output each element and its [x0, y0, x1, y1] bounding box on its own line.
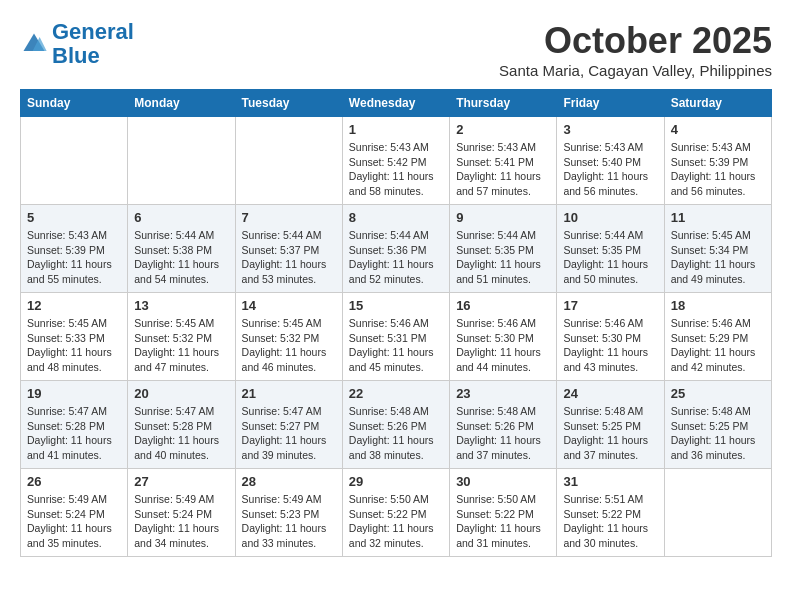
day-info: Sunrise: 5:50 AM Sunset: 5:22 PM Dayligh…: [349, 492, 443, 551]
day-info: Sunrise: 5:43 AM Sunset: 5:41 PM Dayligh…: [456, 140, 550, 199]
day-number: 17: [563, 298, 657, 313]
title-block: October 2025 Santa Maria, Cagayan Valley…: [499, 20, 772, 79]
day-number: 19: [27, 386, 121, 401]
calendar-cell: 6Sunrise: 5:44 AM Sunset: 5:38 PM Daylig…: [128, 205, 235, 293]
day-number: 31: [563, 474, 657, 489]
day-number: 23: [456, 386, 550, 401]
day-number: 12: [27, 298, 121, 313]
day-info: Sunrise: 5:48 AM Sunset: 5:25 PM Dayligh…: [671, 404, 765, 463]
day-number: 14: [242, 298, 336, 313]
day-number: 9: [456, 210, 550, 225]
col-header-wednesday: Wednesday: [342, 90, 449, 117]
calendar-cell: 21Sunrise: 5:47 AM Sunset: 5:27 PM Dayli…: [235, 381, 342, 469]
day-info: Sunrise: 5:46 AM Sunset: 5:30 PM Dayligh…: [456, 316, 550, 375]
day-number: 1: [349, 122, 443, 137]
day-info: Sunrise: 5:49 AM Sunset: 5:24 PM Dayligh…: [27, 492, 121, 551]
calendar-cell: 5Sunrise: 5:43 AM Sunset: 5:39 PM Daylig…: [21, 205, 128, 293]
day-info: Sunrise: 5:48 AM Sunset: 5:25 PM Dayligh…: [563, 404, 657, 463]
day-info: Sunrise: 5:45 AM Sunset: 5:33 PM Dayligh…: [27, 316, 121, 375]
calendar-cell: 11Sunrise: 5:45 AM Sunset: 5:34 PM Dayli…: [664, 205, 771, 293]
calendar-cell: 4Sunrise: 5:43 AM Sunset: 5:39 PM Daylig…: [664, 117, 771, 205]
calendar-cell: 19Sunrise: 5:47 AM Sunset: 5:28 PM Dayli…: [21, 381, 128, 469]
day-number: 29: [349, 474, 443, 489]
calendar-cell: 29Sunrise: 5:50 AM Sunset: 5:22 PM Dayli…: [342, 469, 449, 557]
calendar-table: SundayMondayTuesdayWednesdayThursdayFrid…: [20, 89, 772, 557]
week-row-3: 12Sunrise: 5:45 AM Sunset: 5:33 PM Dayli…: [21, 293, 772, 381]
calendar-cell: 15Sunrise: 5:46 AM Sunset: 5:31 PM Dayli…: [342, 293, 449, 381]
col-header-sunday: Sunday: [21, 90, 128, 117]
col-header-monday: Monday: [128, 90, 235, 117]
calendar-cell: 24Sunrise: 5:48 AM Sunset: 5:25 PM Dayli…: [557, 381, 664, 469]
day-number: 30: [456, 474, 550, 489]
day-info: Sunrise: 5:48 AM Sunset: 5:26 PM Dayligh…: [456, 404, 550, 463]
calendar-cell: [21, 117, 128, 205]
day-info: Sunrise: 5:43 AM Sunset: 5:42 PM Dayligh…: [349, 140, 443, 199]
calendar-cell: 2Sunrise: 5:43 AM Sunset: 5:41 PM Daylig…: [450, 117, 557, 205]
day-number: 13: [134, 298, 228, 313]
day-info: Sunrise: 5:45 AM Sunset: 5:32 PM Dayligh…: [134, 316, 228, 375]
calendar-cell: [664, 469, 771, 557]
calendar-cell: [128, 117, 235, 205]
day-info: Sunrise: 5:45 AM Sunset: 5:32 PM Dayligh…: [242, 316, 336, 375]
day-info: Sunrise: 5:47 AM Sunset: 5:27 PM Dayligh…: [242, 404, 336, 463]
day-number: 28: [242, 474, 336, 489]
day-info: Sunrise: 5:44 AM Sunset: 5:35 PM Dayligh…: [563, 228, 657, 287]
day-info: Sunrise: 5:43 AM Sunset: 5:39 PM Dayligh…: [27, 228, 121, 287]
day-number: 27: [134, 474, 228, 489]
day-number: 15: [349, 298, 443, 313]
logo: General Blue: [20, 20, 134, 68]
day-number: 24: [563, 386, 657, 401]
calendar-cell: 10Sunrise: 5:44 AM Sunset: 5:35 PM Dayli…: [557, 205, 664, 293]
calendar-cell: 7Sunrise: 5:44 AM Sunset: 5:37 PM Daylig…: [235, 205, 342, 293]
calendar-cell: 13Sunrise: 5:45 AM Sunset: 5:32 PM Dayli…: [128, 293, 235, 381]
week-row-5: 26Sunrise: 5:49 AM Sunset: 5:24 PM Dayli…: [21, 469, 772, 557]
calendar-cell: 8Sunrise: 5:44 AM Sunset: 5:36 PM Daylig…: [342, 205, 449, 293]
calendar-cell: 25Sunrise: 5:48 AM Sunset: 5:25 PM Dayli…: [664, 381, 771, 469]
day-info: Sunrise: 5:47 AM Sunset: 5:28 PM Dayligh…: [134, 404, 228, 463]
header-row: SundayMondayTuesdayWednesdayThursdayFrid…: [21, 90, 772, 117]
day-info: Sunrise: 5:46 AM Sunset: 5:31 PM Dayligh…: [349, 316, 443, 375]
calendar-cell: 27Sunrise: 5:49 AM Sunset: 5:24 PM Dayli…: [128, 469, 235, 557]
day-info: Sunrise: 5:48 AM Sunset: 5:26 PM Dayligh…: [349, 404, 443, 463]
col-header-thursday: Thursday: [450, 90, 557, 117]
day-info: Sunrise: 5:43 AM Sunset: 5:40 PM Dayligh…: [563, 140, 657, 199]
day-number: 11: [671, 210, 765, 225]
col-header-tuesday: Tuesday: [235, 90, 342, 117]
day-number: 18: [671, 298, 765, 313]
day-number: 26: [27, 474, 121, 489]
day-number: 22: [349, 386, 443, 401]
calendar-cell: 26Sunrise: 5:49 AM Sunset: 5:24 PM Dayli…: [21, 469, 128, 557]
calendar-cell: 9Sunrise: 5:44 AM Sunset: 5:35 PM Daylig…: [450, 205, 557, 293]
calendar-cell: 12Sunrise: 5:45 AM Sunset: 5:33 PM Dayli…: [21, 293, 128, 381]
calendar-cell: 30Sunrise: 5:50 AM Sunset: 5:22 PM Dayli…: [450, 469, 557, 557]
calendar-cell: 28Sunrise: 5:49 AM Sunset: 5:23 PM Dayli…: [235, 469, 342, 557]
location-subtitle: Santa Maria, Cagayan Valley, Philippines: [499, 62, 772, 79]
calendar-cell: 23Sunrise: 5:48 AM Sunset: 5:26 PM Dayli…: [450, 381, 557, 469]
day-number: 7: [242, 210, 336, 225]
day-info: Sunrise: 5:49 AM Sunset: 5:24 PM Dayligh…: [134, 492, 228, 551]
calendar-cell: 16Sunrise: 5:46 AM Sunset: 5:30 PM Dayli…: [450, 293, 557, 381]
day-info: Sunrise: 5:46 AM Sunset: 5:30 PM Dayligh…: [563, 316, 657, 375]
day-number: 8: [349, 210, 443, 225]
day-number: 3: [563, 122, 657, 137]
day-number: 10: [563, 210, 657, 225]
day-number: 4: [671, 122, 765, 137]
day-info: Sunrise: 5:49 AM Sunset: 5:23 PM Dayligh…: [242, 492, 336, 551]
calendar-cell: 1Sunrise: 5:43 AM Sunset: 5:42 PM Daylig…: [342, 117, 449, 205]
day-number: 6: [134, 210, 228, 225]
day-info: Sunrise: 5:43 AM Sunset: 5:39 PM Dayligh…: [671, 140, 765, 199]
day-number: 20: [134, 386, 228, 401]
logo-text: General Blue: [52, 20, 134, 68]
calendar-cell: 20Sunrise: 5:47 AM Sunset: 5:28 PM Dayli…: [128, 381, 235, 469]
day-info: Sunrise: 5:47 AM Sunset: 5:28 PM Dayligh…: [27, 404, 121, 463]
day-info: Sunrise: 5:44 AM Sunset: 5:35 PM Dayligh…: [456, 228, 550, 287]
month-title: October 2025: [499, 20, 772, 62]
calendar-cell: 14Sunrise: 5:45 AM Sunset: 5:32 PM Dayli…: [235, 293, 342, 381]
day-number: 16: [456, 298, 550, 313]
calendar-cell: 31Sunrise: 5:51 AM Sunset: 5:22 PM Dayli…: [557, 469, 664, 557]
day-info: Sunrise: 5:44 AM Sunset: 5:38 PM Dayligh…: [134, 228, 228, 287]
col-header-friday: Friday: [557, 90, 664, 117]
col-header-saturday: Saturday: [664, 90, 771, 117]
calendar-cell: 22Sunrise: 5:48 AM Sunset: 5:26 PM Dayli…: [342, 381, 449, 469]
day-info: Sunrise: 5:45 AM Sunset: 5:34 PM Dayligh…: [671, 228, 765, 287]
